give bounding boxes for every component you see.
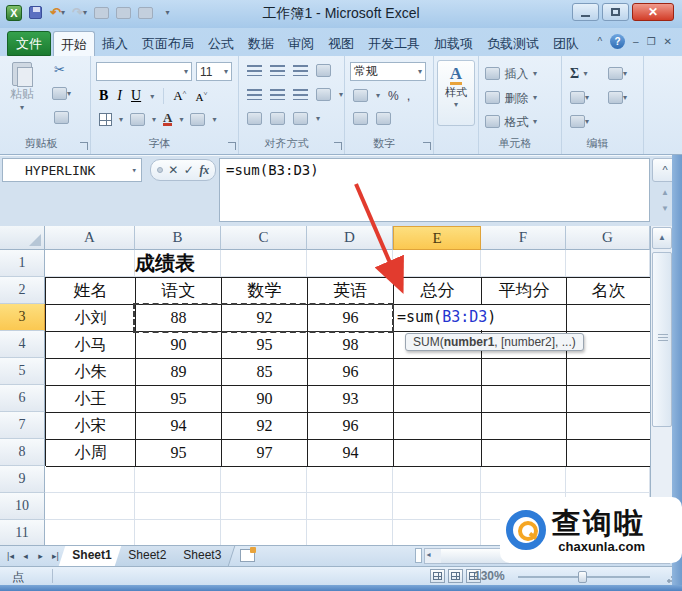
cell-A6[interactable]: 小王 [46,386,136,413]
italic-button[interactable]: I [117,88,122,104]
tab-split-handle[interactable] [415,548,422,563]
column-header-E[interactable]: E [393,226,481,250]
header-cell-0[interactable]: 姓名 [46,278,136,305]
cell-B4[interactable]: 90 [136,332,222,359]
tab-10[interactable]: 负载测试 [480,31,546,56]
shrink-font-button[interactable]: A˅ [196,90,208,103]
header-cell-5[interactable]: 平均分 [482,278,567,305]
cell-A5[interactable]: 小朱 [46,359,136,386]
paste-dropdown-icon[interactable]: ▾ [10,103,34,112]
copy-button[interactable]: ▾ [52,84,71,102]
increase-decimal-icon[interactable] [353,112,368,125]
font-size-combo[interactable]: 11▾ [196,62,232,81]
header-cell-2[interactable]: 数学 [222,278,308,305]
fill-color-icon[interactable] [130,113,145,126]
minimize-button[interactable] [572,3,599,21]
borders-dropdown-icon[interactable]: ▾ [119,115,123,124]
tab-6[interactable]: 审阅 [281,31,321,56]
row-header-7[interactable]: 7 [0,412,45,439]
orientation-icon[interactable] [316,64,331,77]
file-tab[interactable]: 文件 [7,31,51,56]
decrease-decimal-icon[interactable] [376,112,391,125]
confirm-entry-button[interactable]: ✓ [184,163,194,177]
cell-C4[interactable]: 95 [222,332,308,359]
decrease-indent-icon[interactable] [247,112,262,125]
cancel-entry-button[interactable]: ✕ [168,163,178,177]
row-header-5[interactable]: 5 [0,358,45,385]
fill-button[interactable]: ▾ [570,88,589,106]
tab-4[interactable]: 公式 [201,31,241,56]
cell-A7[interactable]: 小宋 [46,413,136,440]
increase-indent-icon[interactable] [270,112,285,125]
column-header-C[interactable]: C [221,226,307,250]
align-left-icon[interactable] [247,89,262,100]
cell-G5[interactable] [567,359,650,386]
alignment-dialog-launcher[interactable] [334,142,342,150]
next-sheet-button[interactable]: ▸ [34,551,47,561]
column-header-G[interactable]: G [566,226,650,250]
tab-7[interactable]: 视图 [321,31,361,56]
phonetic-guide-icon[interactable] [190,113,205,126]
underline-button[interactable]: U [131,88,141,104]
column-header-D[interactable]: D [307,226,393,250]
cell-B6[interactable]: 95 [136,386,222,413]
column-header-B[interactable]: B [135,226,221,250]
header-cell-4[interactable]: 总分 [394,278,482,305]
align-center-icon[interactable] [270,89,285,100]
clear-button[interactable]: ▾ [570,112,589,130]
merge-center-icon[interactable] [316,88,331,101]
select-all-corner[interactable] [0,226,45,250]
row-header-4[interactable]: 4 [0,331,45,358]
cell-A4[interactable]: 小马 [46,332,136,359]
column-header-A[interactable]: A [45,226,135,250]
sheet-tab-sheet3[interactable]: Sheet3 [170,546,236,566]
cell-G7[interactable] [567,413,650,440]
font-dialog-launcher[interactable] [228,142,236,150]
underline-dropdown-icon[interactable]: ▾ [150,92,154,101]
currency-dropdown-icon[interactable]: ▾ [376,91,380,100]
cell-F5[interactable] [482,359,567,386]
delete-cells-button[interactable]: 删除 ▾ [485,88,537,107]
vertical-scroll-thumb[interactable] [652,252,672,427]
maximize-button[interactable] [602,3,629,21]
cell-G6[interactable] [567,386,650,413]
tab-5[interactable]: 数据 [241,31,281,56]
cell-D6[interactable]: 93 [308,386,394,413]
format-cells-button[interactable]: 格式 ▾ [485,112,537,131]
cell-D8[interactable]: 94 [308,440,394,467]
cell-B5[interactable]: 89 [136,359,222,386]
normal-view-button[interactable] [430,569,445,583]
cell-F6[interactable] [482,386,567,413]
cut-button[interactable]: ✂ [54,62,65,77]
page-layout-view-button[interactable] [448,569,463,583]
name-box-dropdown-icon[interactable]: ▾ [132,165,137,175]
doc-minimize-icon[interactable]: – [633,36,639,47]
row-header-10[interactable]: 10 [0,493,45,520]
cell-C7[interactable]: 92 [222,413,308,440]
styles-button[interactable]: A 样式 ▾ [437,60,475,126]
active-cell-formula[interactable]: =sum(B3:D3) [395,305,496,330]
cell-B7[interactable]: 94 [136,413,222,440]
cell-C6[interactable]: 90 [222,386,308,413]
scroll-left-icon[interactable]: ◂ [426,550,430,559]
help-icon[interactable]: ? [610,34,625,49]
wrap-text-icon[interactable] [293,112,308,125]
header-cell-1[interactable]: 语文 [136,278,222,305]
name-box[interactable]: HYPERLINK ▾ [2,158,142,182]
comma-style-button[interactable]: , [407,88,411,103]
header-cell-3[interactable]: 英语 [308,278,394,305]
align-top-icon[interactable] [247,65,262,76]
tab-3[interactable]: 页面布局 [135,31,201,56]
first-sheet-button[interactable]: |◂ [4,551,17,561]
column-header-F[interactable]: F [481,226,566,250]
phonetic-dropdown-icon[interactable]: ▾ [212,115,216,124]
row-header-3[interactable]: 3 [0,304,45,331]
bold-button[interactable]: B [99,88,108,104]
close-button[interactable]: ✕ [632,3,674,21]
doc-close-icon[interactable]: ✕ [664,36,672,47]
insert-function-button[interactable]: fx [199,163,209,178]
header-cell-6[interactable]: 名次 [567,278,650,305]
percent-style-button[interactable]: % [388,89,399,103]
clipboard-dialog-launcher[interactable] [80,142,88,150]
wrap-dropdown-icon[interactable]: ▾ [316,114,320,123]
